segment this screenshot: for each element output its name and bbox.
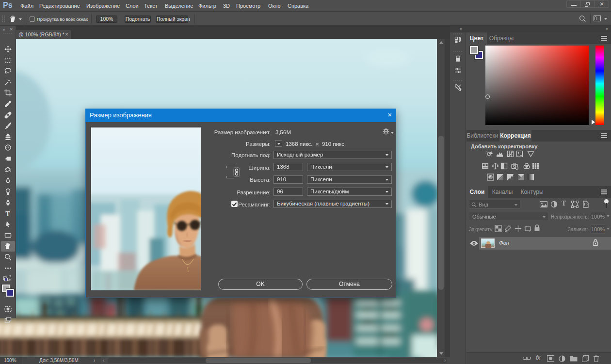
- svg-text:T: T: [5, 210, 10, 218]
